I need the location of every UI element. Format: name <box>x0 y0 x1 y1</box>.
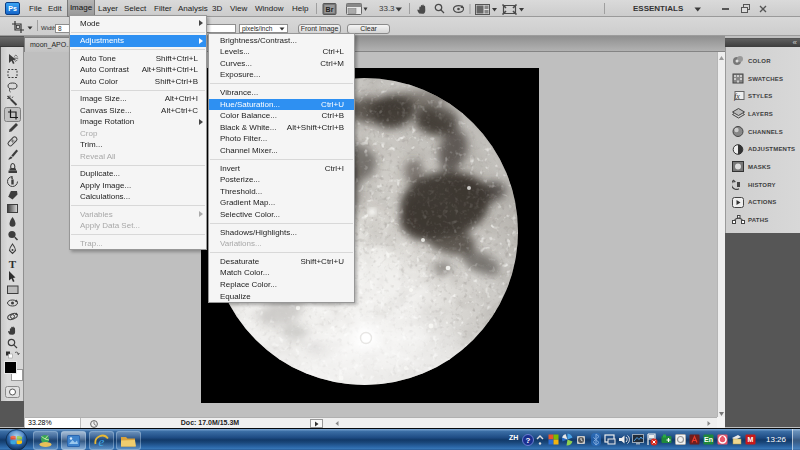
svg-text:Br: Br <box>326 6 334 13</box>
svg-text:M: M <box>748 436 754 443</box>
svg-text:T: T <box>9 258 17 270</box>
svg-text:fx: fx <box>734 92 740 101</box>
svg-text:En: En <box>704 436 713 443</box>
svg-text:?: ? <box>526 436 531 445</box>
